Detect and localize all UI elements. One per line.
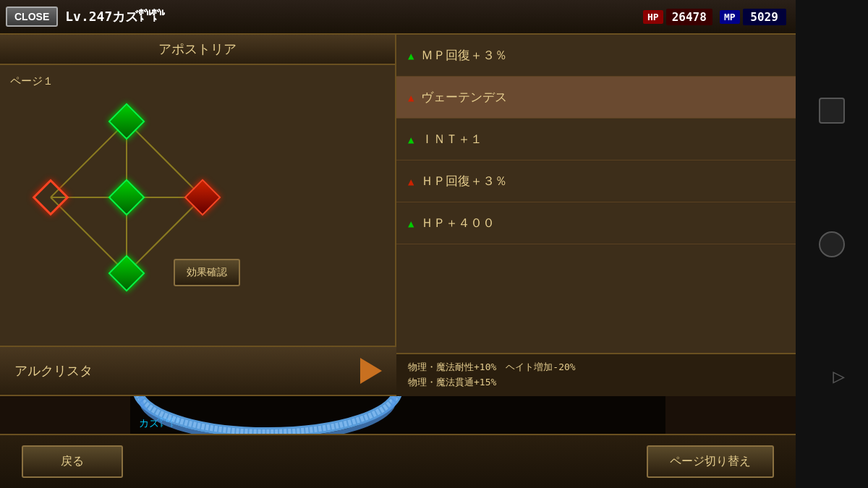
close-button[interactable]: CLOSE [6,7,58,27]
alc-arrow-button[interactable] [360,358,382,384]
square-button[interactable] [819,98,845,124]
skill-name-3: ＨＰ回復＋３％ [421,173,507,189]
skill-row-3[interactable]: ▲ ＨＰ回復＋３％ [396,160,796,202]
desc-line1: 物理・魔法耐性+10% ヘイト増加-20% [408,361,576,372]
desc-text: 物理・魔法耐性+10% ヘイト増加-20% 物理・魔法貫通+15% [408,360,784,390]
skill-row-1[interactable]: ▲ ヴェーテンデス [396,77,796,119]
confirm-button[interactable]: 効果確認 [174,259,240,286]
skill-name-0: ＭＰ回復＋３％ [421,47,507,64]
skill-triangle-0: ▲ [408,50,414,61]
skill-row-2[interactable]: ▲ ＩＮＴ＋１ [396,119,796,160]
svg-line-0 [51,121,127,197]
skill-row-0[interactable]: ▲ ＭＰ回復＋３％ [396,35,796,77]
top-bar: CLOSE Lv.247カズ㌾㌾ HP 26478 MP 5029 12:49 … [0,0,868,35]
skill-triangle-4: ▲ [408,218,414,229]
svg-line-1 [127,121,203,197]
left-panel: アポストリア ページ１ 効果確認 アルクリスタ [0,35,396,382]
skill-row-4[interactable]: ▲ ＨＰ＋４００ [396,202,796,244]
hp-label: HP [643,10,663,24]
skill-triangle-3: ▲ [408,176,414,187]
skill-name-4: ＨＰ＋４００ [421,215,495,231]
mp-label: MP [720,10,740,24]
page-label: ページ１ [10,74,54,88]
skill-triangle-2: ▲ [408,134,414,145]
desc-area: 物理・魔法耐性+10% ヘイト増加-20% 物理・魔法貫通+15% [396,353,796,396]
back-nav-button[interactable]: ◁ [819,365,845,391]
gem-area [14,100,260,324]
page-switch-button[interactable]: ページ切り替え [647,445,774,478]
right-panel: ▲ ＭＰ回復＋３％ ▲ ヴェーテンデス ▲ ＩＮＴ＋１ ▲ ＨＰ回復＋３％ ▲ … [396,35,796,353]
char-name: Lv.247カズ㌾㌾ [65,8,636,25]
blue-arc [130,396,665,432]
skill-name-1: ヴェーテンデス [421,89,507,106]
back-button[interactable]: 戻る [22,445,123,478]
hp-stat: HP 26478 [643,9,712,25]
mp-stat: MP 5029 [720,9,786,25]
desc-line2: 物理・魔法貫通+15% [408,377,496,388]
svg-line-2 [51,197,127,273]
skill-triangle-1: ▲ [408,92,414,103]
hp-value: 26478 [666,9,712,25]
panel-title: アポストリア [0,35,395,65]
skill-name-2: ＩＮＴ＋１ [421,131,482,147]
bottom-bar: 戻る ページ切り替え [0,434,796,488]
alc-section: アルクリスタ [0,346,396,396]
alc-label: アルクリスタ [14,362,346,380]
phone-border: ◁ [796,0,868,488]
mp-value: 5029 [743,9,786,25]
circle-button[interactable] [819,231,845,257]
